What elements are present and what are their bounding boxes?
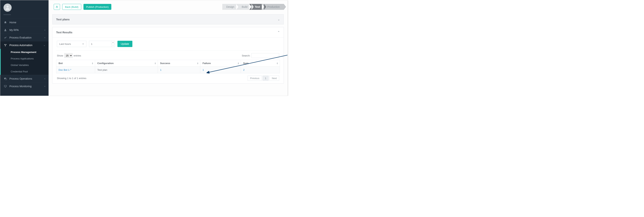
back-build-button[interactable]: Back (Build) xyxy=(62,4,81,10)
col-success[interactable]: Success▲▼ xyxy=(158,60,200,67)
sidebar-item-label: Home xyxy=(10,21,45,24)
subnav-global-variables[interactable]: Global Variables xyxy=(1,62,48,68)
button-label: Back (Build) xyxy=(65,6,78,8)
svg-point-1 xyxy=(5,29,6,30)
show-label-post: entries xyxy=(74,54,81,57)
button-label: Update xyxy=(121,42,129,45)
sort-icon: ▲▼ xyxy=(276,62,278,64)
sidebar-nav: Home My RPA ‹ Process Evaluation ‹ xyxy=(0,19,48,90)
sidebar-item-label: Process Operations xyxy=(10,77,44,80)
chevron-left-icon: ‹ xyxy=(44,29,45,31)
sort-icon: ▲▼ xyxy=(197,62,199,64)
operations-icon xyxy=(4,77,7,80)
button-label: 1 xyxy=(265,77,266,80)
stage-breadcrumb: Design Build Test Production xyxy=(222,4,284,10)
panel-title: Test plans xyxy=(56,18,70,21)
home-icon xyxy=(4,21,7,24)
stage-design[interactable]: Design xyxy=(222,4,238,10)
svg-point-2 xyxy=(4,44,5,45)
profile-block: ——— xyxy=(0,0,48,18)
chevron-left-icon: ‹ xyxy=(44,36,45,39)
sidebar-item-process-operations[interactable]: Process Operations ‹ xyxy=(0,75,48,82)
stage-label: Build xyxy=(242,5,248,8)
spinner-up-button[interactable]: + xyxy=(111,41,115,44)
panel-test-results-header[interactable]: Test Results ⌃ xyxy=(52,27,284,37)
sidebar: ——— Home My RPA ‹ Process Evaluation xyxy=(0,0,48,96)
col-bot[interactable]: Bot▲▼ xyxy=(56,60,95,67)
results-table: Bot▲▼ Configuration▲▼ Success▲▼ Failure▲… xyxy=(56,60,280,73)
subnav-process-applications[interactable]: Process Applications xyxy=(1,55,48,62)
svg-rect-8 xyxy=(56,7,58,8)
hours-input[interactable] xyxy=(89,41,111,47)
cell-text: Test plan xyxy=(97,68,107,71)
sort-icon: ▲▼ xyxy=(92,62,94,64)
pager-prev[interactable]: Previous xyxy=(248,75,262,81)
subnav-process-management[interactable]: Process Management xyxy=(1,49,48,55)
table-info: Showing 1 to 1 of 1 entries xyxy=(57,77,86,80)
pager: Previous 1 Next xyxy=(248,75,279,81)
process-automation-submenu: Process Management Process Applications … xyxy=(0,49,48,75)
chevron-left-icon: ‹ xyxy=(44,77,45,80)
svg-point-0 xyxy=(7,6,9,8)
svg-rect-7 xyxy=(4,85,6,87)
spinner-down-button[interactable]: - xyxy=(111,44,115,47)
sidebar-item-label: Process Evaluation xyxy=(10,36,44,39)
topbar: Back (Build) Publish (Production) Design… xyxy=(48,0,288,13)
table-footer: Showing 1 to 1 of 1 entries Previous 1 N… xyxy=(56,73,280,81)
avatar[interactable] xyxy=(4,4,12,12)
bot-link[interactable]: Doc Bot 1↗ xyxy=(58,68,71,71)
subnav-label: Process Management xyxy=(11,51,36,54)
sidebar-item-process-evaluation[interactable]: Process Evaluation ‹ xyxy=(0,34,48,41)
failure-link[interactable]: 1 xyxy=(202,68,204,71)
caret-down-icon: ▼ xyxy=(82,43,84,45)
success-link[interactable]: 1 xyxy=(160,68,162,71)
subnav-label: Credential Pool xyxy=(11,70,28,73)
select-value: Last hours xyxy=(59,43,71,45)
button-label: Publish (Production) xyxy=(86,6,109,8)
sidebar-item-process-monitoring[interactable]: Process Monitoring ‹ xyxy=(0,82,48,90)
col-label: Sum xyxy=(243,62,248,65)
external-link-icon: ↗ xyxy=(70,68,71,71)
cell-bot: Doc Bot 1↗ xyxy=(56,67,95,73)
col-label: Failure xyxy=(202,62,211,65)
subnav-credential-pool[interactable]: Credential Pool xyxy=(1,68,48,75)
panel-test-results-body: Last hours ▼ + - Update xyxy=(52,37,284,83)
col-sum[interactable]: Sum▲▼ xyxy=(241,60,280,67)
chevron-down-icon: ⌄ xyxy=(44,44,45,46)
col-label: Success xyxy=(160,62,170,65)
pager-next[interactable]: Next xyxy=(270,75,279,81)
content: Test plans ⌄ Test Results ⌃ Last hours ▼ xyxy=(48,13,288,87)
update-button[interactable]: Update xyxy=(118,41,132,47)
panel-test-plans: Test plans ⌄ xyxy=(52,14,284,25)
cell-failure: 1 xyxy=(200,67,241,73)
publish-production-button[interactable]: Publish (Production) xyxy=(84,4,112,10)
sum-link[interactable]: 2 xyxy=(243,68,245,71)
monitor-icon xyxy=(4,85,7,88)
sidebar-item-label: My RPA xyxy=(10,29,44,32)
col-failure[interactable]: Failure▲▼ xyxy=(200,60,241,67)
cell-sum: 2 xyxy=(241,67,280,73)
lock-button[interactable] xyxy=(54,4,60,10)
stage-label: Test xyxy=(255,5,260,8)
filter-row: Last hours ▼ + - Update xyxy=(56,41,280,51)
network-icon xyxy=(4,44,7,47)
sidebar-item-label: Process Automation xyxy=(10,44,44,47)
pager-page-1[interactable]: 1 xyxy=(262,75,269,81)
time-range-select[interactable]: Last hours ▼ xyxy=(57,41,86,47)
page-size-select[interactable]: 25 xyxy=(64,53,72,58)
table-row: Doc Bot 1↗ Test plan 1 1 2 xyxy=(56,67,280,73)
search-input[interactable] xyxy=(252,53,279,58)
chevron-left-icon: ‹ xyxy=(44,85,45,88)
col-configuration[interactable]: Configuration▲▼ xyxy=(95,60,158,67)
panel-test-results: Test Results ⌃ Last hours ▼ + - xyxy=(52,27,284,83)
subnav-label: Global Variables xyxy=(11,64,29,66)
chevron-down-icon: ⌄ xyxy=(278,18,280,21)
sidebar-item-home[interactable]: Home xyxy=(0,19,48,26)
sidebar-item-process-automation[interactable]: Process Automation ⌄ xyxy=(0,41,48,49)
panel-test-plans-header[interactable]: Test plans ⌄ xyxy=(52,15,284,24)
link-text: Doc Bot 1 xyxy=(58,68,70,71)
panel-title: Test Results xyxy=(56,31,72,34)
subnav-label: Process Applications xyxy=(11,57,34,60)
sidebar-item-my-rpa[interactable]: My RPA ‹ xyxy=(0,26,48,34)
svg-point-4 xyxy=(5,46,6,46)
